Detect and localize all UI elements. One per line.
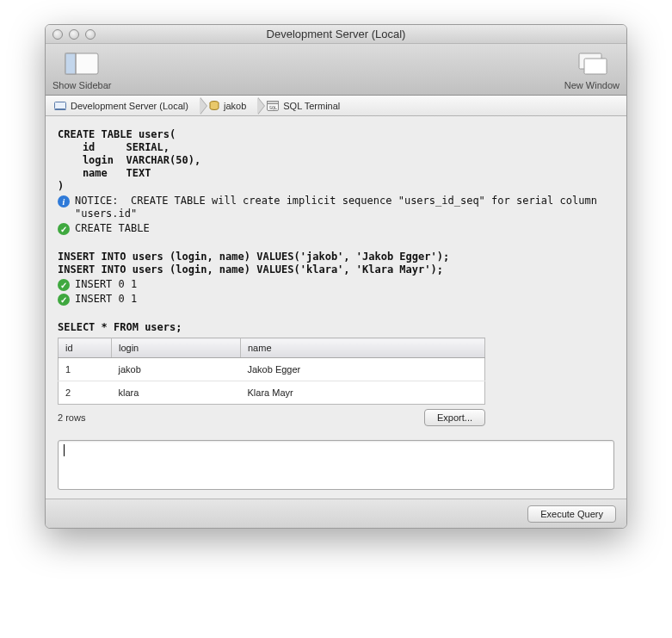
breadcrumb-label: jakob	[224, 101, 246, 111]
svg-rect-4	[584, 59, 607, 74]
cell-login: jakob	[112, 358, 241, 381]
notice-text: NOTICE: CREATE TABLE will create implici…	[75, 195, 608, 220]
insert-result-1-row: ✓ INSERT 0 1	[58, 278, 614, 291]
info-icon: i	[58, 195, 70, 208]
check-icon: ✓	[58, 294, 70, 306]
column-header-login[interactable]: login	[112, 338, 241, 358]
app-window: Development Server (Local) Show Sidebar …	[45, 24, 627, 529]
show-sidebar-button[interactable]: Show Sidebar	[52, 49, 112, 90]
breadcrumb: Development Server (Local) jakob SQL SQL…	[46, 96, 626, 116]
results-table: id login name 1 jakob Jakob Egger 2 klar…	[58, 338, 485, 405]
svg-rect-5	[55, 102, 66, 108]
cell-login: klara	[112, 381, 241, 405]
svg-rect-6	[55, 108, 66, 110]
query-input[interactable]	[58, 440, 614, 490]
insert-result-2: INSERT 0 1	[75, 293, 137, 306]
export-button[interactable]: Export...	[424, 409, 485, 426]
breadcrumb-item-terminal[interactable]: SQL SQL Terminal	[258, 96, 352, 115]
sql-insert-1: INSERT INTO users (login, name) VALUES('…	[58, 251, 614, 263]
sql-select: SELECT * FROM users;	[58, 321, 614, 334]
svg-rect-1	[65, 53, 76, 74]
check-icon: ✓	[58, 279, 70, 291]
sql-insert-2: INSERT INTO users (login, name) VALUES('…	[58, 263, 614, 276]
insert-result-2-row: ✓ INSERT 0 1	[58, 293, 614, 306]
zoom-icon[interactable]	[85, 29, 96, 40]
database-icon	[209, 101, 219, 111]
content-area: CREATE TABLE users( id SERIAL, login VAR…	[46, 116, 626, 499]
insert-result-1: INSERT 0 1	[75, 278, 137, 291]
terminal-icon: SQL	[267, 101, 279, 111]
server-icon	[54, 101, 66, 111]
execute-query-button[interactable]: Execute Query	[527, 505, 616, 523]
table-row[interactable]: 2 klara Klara Mayr	[59, 381, 485, 405]
notice-row: i NOTICE: CREATE TABLE will create impli…	[58, 195, 614, 220]
check-icon: ✓	[58, 223, 70, 235]
create-result-row: ✓ CREATE TABLE	[58, 222, 614, 235]
create-result: CREATE TABLE	[75, 222, 150, 235]
bottom-bar: Execute Query	[46, 499, 626, 528]
table-row[interactable]: 1 jakob Jakob Egger	[59, 358, 485, 381]
traffic-lights	[46, 29, 96, 40]
breadcrumb-item-server[interactable]: Development Server (Local)	[46, 96, 200, 115]
new-window-label: New Window	[564, 80, 620, 90]
table-footer: 2 rows Export...	[58, 409, 485, 426]
breadcrumb-item-database[interactable]: jakob	[200, 96, 258, 115]
cell-id: 2	[59, 381, 112, 405]
breadcrumb-label: SQL Terminal	[283, 101, 340, 111]
show-sidebar-label: Show Sidebar	[52, 80, 112, 90]
close-icon[interactable]	[52, 29, 63, 40]
cell-name: Klara Mayr	[241, 381, 485, 405]
table-header-row: id login name	[59, 338, 485, 358]
new-window-button[interactable]: New Window	[564, 49, 620, 90]
cell-id: 1	[59, 358, 112, 381]
row-count: 2 rows	[58, 412, 85, 423]
minimize-icon[interactable]	[69, 29, 79, 40]
toolbar: Show Sidebar New Window	[46, 44, 626, 96]
window-title: Development Server (Local)	[46, 28, 626, 40]
svg-text:SQL: SQL	[269, 104, 277, 109]
breadcrumb-label: Development Server (Local)	[71, 101, 188, 111]
new-window-icon	[574, 49, 610, 78]
sidebar-icon	[64, 49, 100, 78]
svg-rect-9	[268, 101, 279, 103]
cell-name: Jakob Egger	[241, 358, 485, 381]
titlebar: Development Server (Local)	[46, 25, 626, 44]
sql-create-table: CREATE TABLE users( id SERIAL, login VAR…	[58, 128, 614, 193]
column-header-name[interactable]: name	[241, 338, 485, 358]
column-header-id[interactable]: id	[59, 338, 112, 358]
text-caret-icon	[64, 444, 65, 456]
